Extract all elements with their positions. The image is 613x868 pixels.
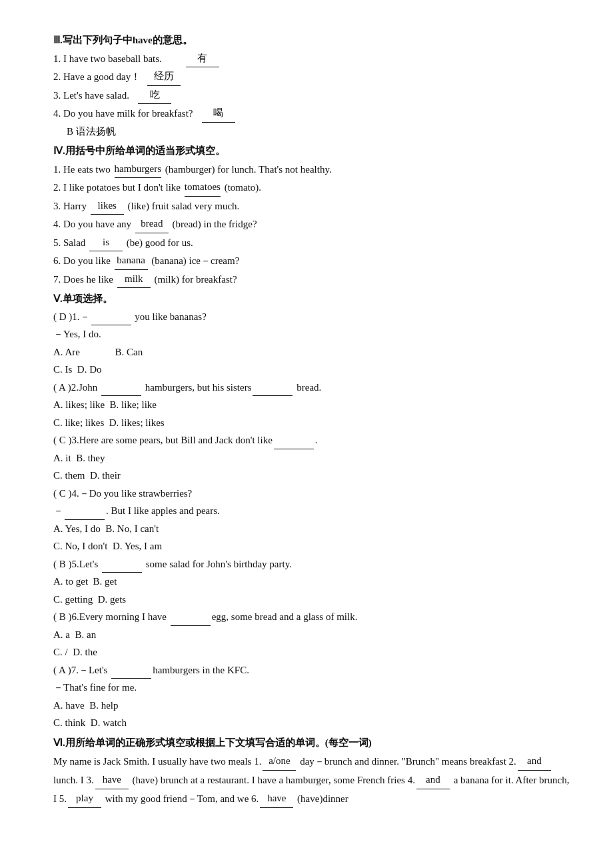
s5-q6-options-ab: A. a B. an xyxy=(53,627,573,644)
s5-q7-question-2: －That's fine for me. xyxy=(53,679,573,697)
s5-q4-question-2: －. But I like apples and pears. xyxy=(53,503,573,520)
s5-q6: ( B )6.Every morning I have egg, some br… xyxy=(53,609,573,661)
s6-text-3: lunch. I 3. xyxy=(53,775,94,785)
s4-item-7: 7. Does he like milk (milk) for breakfas… xyxy=(53,271,573,289)
s3-item-1: 1. I have two baseball bats. 有 xyxy=(53,50,573,68)
s4-item-1: 1. He eats two hamburgers (hamburger) fo… xyxy=(53,161,573,179)
s5-q1-options-cd: C. Is D. Do xyxy=(53,361,573,379)
s3-item-4: 4. Do you have milk for breakfast? 喝 xyxy=(53,105,573,123)
s4-item-4: 4. Do you have any bread (bread) in the … xyxy=(53,215,573,233)
section-5: Ⅴ.单项选择。 ( D )1.－ you like bananas? －Yes,… xyxy=(53,291,573,732)
s6-text-7: (have)dinner xyxy=(295,793,348,804)
s5-q4-options-ab: A. Yes, I do B. No, I can't xyxy=(53,521,573,538)
s5-q5-options-cd: C. getting D. gets xyxy=(53,591,573,609)
s6-text-6: with my good friend－Tom, and we 6. xyxy=(103,793,259,804)
section-3: Ⅲ.写出下列句子中have的意思。 1. I have two baseball… xyxy=(53,32,573,140)
s5-q5: ( B )5.Let's some salad for John's birth… xyxy=(53,556,573,609)
s6-text-1: My name is Jack Smith. I usually have tw… xyxy=(53,756,261,767)
s5-q6-options-cd: C. / D. the xyxy=(53,644,573,661)
s5-q6-question: ( B )6.Every morning I have egg, some br… xyxy=(53,609,573,626)
section-3-title: Ⅲ.写出下列句子中have的意思。 xyxy=(53,32,573,49)
s4-item-5: 5. Salad is (be) good for us. xyxy=(53,234,573,252)
s5-q1-options-ab: A. Are B. Can xyxy=(53,344,573,361)
s4-item-6: 6. Do you like banana (banana) ice－cream… xyxy=(53,252,573,270)
section-4-title: Ⅳ.用括号中所给单词的适当形式填空。 xyxy=(53,143,573,160)
s5-q2-options-ab: A. likes; like B. like; like xyxy=(53,397,573,414)
s5-q1: ( D )1.－ you like bananas? －Yes, I do. A… xyxy=(53,309,573,379)
s5-q5-question: ( B )5.Let's some salad for John's birth… xyxy=(53,556,573,573)
s4-item-3: 3. Harry likes (like) fruit salad very m… xyxy=(53,197,573,215)
s5-q3-options-ab: A. it B. they xyxy=(53,450,573,467)
s5-q2: ( A )2.John hamburgers, but his sisters … xyxy=(53,379,573,432)
section-4: Ⅳ.用括号中所给单词的适当形式填空。 1. He eats two hambur… xyxy=(53,143,573,288)
s6-text-2: day－brunch and dinner. "Brunch" means br… xyxy=(297,756,516,767)
s5-q3-question: ( C )3.Here are some pears, but Bill and… xyxy=(53,432,573,449)
s5-q5-options-ab: A. to get B. get xyxy=(53,573,573,591)
s5-q4: ( C )4.－Do you like strawberries? －. But… xyxy=(53,485,573,555)
s5-q7: ( A )7.－Let's hamburgers in the KFC. －Th… xyxy=(53,662,573,732)
s4-item-2: 2. I like potatoes but I don't like toma… xyxy=(53,179,573,197)
section-6-title: Ⅵ.用所给单词的正确形式填空或根据上下文填写合适的单词。(每空一词) xyxy=(53,735,573,752)
s5-q3: ( C )3.Here are some pears, but Bill and… xyxy=(53,432,573,485)
s3-item-3: 3. Let's have salad. 吃 xyxy=(53,87,573,105)
s3-note: B 语法扬帆 xyxy=(53,123,573,141)
s5-q3-options-cd: C. them D. their xyxy=(53,467,573,485)
s5-q1-followup: －Yes, I do. xyxy=(53,326,573,343)
s6-text-4: (have) brunch at a restaurant. I have a … xyxy=(130,775,415,785)
page-content: Ⅲ.写出下列句子中have的意思。 1. I have two baseball… xyxy=(53,32,573,808)
s5-q7-question-1: ( A )7.－Let's hamburgers in the KFC. xyxy=(53,662,573,679)
section-5-title: Ⅴ.单项选择。 xyxy=(53,291,573,308)
s5-q7-options-cd: C. think D. watch xyxy=(53,715,573,732)
section-6-paragraph: My name is Jack Smith. I usually have tw… xyxy=(53,752,573,808)
section-6: Ⅵ.用所给单词的正确形式填空或根据上下文填写合适的单词。(每空一词) My na… xyxy=(53,735,573,809)
s3-item-2: 2. Have a good day！ 经历 xyxy=(53,68,573,86)
s5-q2-question: ( A )2.John hamburgers, but his sisters … xyxy=(53,379,573,397)
s5-q7-options-ab: A. have B. help xyxy=(53,697,573,715)
s5-q2-options-cd: C. like; likes D. likes; likes xyxy=(53,415,573,432)
s5-q4-question-1: ( C )4.－Do you like strawberries? xyxy=(53,485,573,503)
s5-q4-options-cd: C. No, I don't D. Yes, I am xyxy=(53,538,573,555)
s5-q1-question: ( D )1.－ you like bananas? xyxy=(53,309,573,326)
